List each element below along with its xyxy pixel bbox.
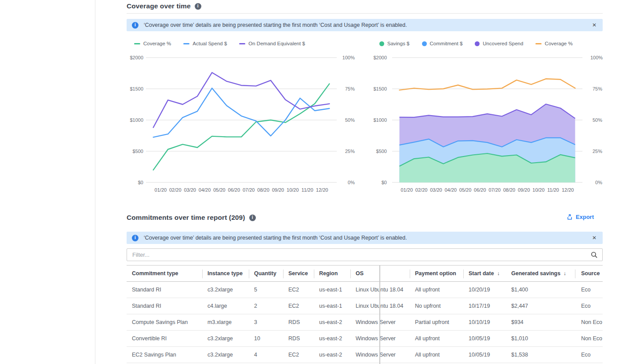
legend-label: Commitment $	[430, 41, 463, 46]
info-icon[interactable]: i	[249, 215, 256, 221]
x-axis-label: 09/20	[518, 187, 530, 193]
y-axis-label-dollar: $1500	[367, 86, 387, 91]
x-axis-label: 03/20	[184, 187, 196, 193]
y-axis-label-dollar: $1000	[127, 117, 143, 123]
table-cell: 10/10/19	[463, 314, 506, 330]
legend-item[interactable]: Commitment $	[422, 41, 463, 46]
banner-info-icon: i	[132, 235, 138, 241]
y-axis-label-percent: 100%	[338, 55, 355, 60]
legend-item[interactable]: Savings $	[379, 41, 410, 46]
y-axis-label-percent: 50%	[338, 117, 355, 123]
table-cell: us-east-1	[314, 282, 350, 298]
commitments-table: Commitment typeInstance typeQuantityServ…	[127, 265, 603, 363]
column-header-service[interactable]: Service	[283, 266, 314, 281]
x-axis-label: 10/20	[532, 187, 545, 193]
table-cell: $934	[506, 314, 575, 330]
y-axis-label-percent: 25%	[338, 149, 355, 154]
column-header-commitment-type[interactable]: Commitment type	[127, 266, 202, 281]
table-cell: EC2 Savings Plan	[127, 347, 202, 363]
column-header-instance-type[interactable]: Instance type	[202, 266, 249, 281]
y-axis-label-percent: 75%	[338, 86, 355, 91]
column-header-region[interactable]: Region	[314, 266, 350, 281]
column-header-quantity[interactable]: Quantity	[249, 266, 283, 281]
banner-text: ‘Coverage over time’ details are being p…	[144, 22, 407, 28]
legend-item[interactable]: Coverage %	[134, 41, 171, 46]
y-axis-label-dollar: $2000	[367, 55, 387, 60]
table-cell: $1,538	[506, 347, 575, 363]
table-cell: 10/05/19	[463, 331, 506, 346]
info-icon[interactable]: i	[195, 3, 201, 10]
table-cell: Standard RI	[127, 282, 202, 298]
table-cell: Standard RI	[127, 298, 202, 314]
x-axis-label: 07/20	[488, 187, 501, 193]
legend-swatch	[379, 41, 384, 46]
column-header-label: Start date	[469, 270, 494, 277]
column-header-label: Payment option	[415, 270, 456, 277]
x-axis-label: 06/20	[228, 187, 240, 193]
table-cell: us-east-2	[314, 331, 350, 346]
x-axis-label: 01/20	[155, 187, 167, 193]
y-axis-label-percent: 100%	[590, 55, 602, 60]
legend-swatch	[535, 43, 542, 44]
table-cell: c3.2xlarge	[202, 282, 249, 298]
table-cell: All upfront	[410, 347, 463, 363]
table-cell: Non Eco	[575, 331, 603, 346]
table-cell: Eco	[575, 282, 603, 298]
coverage-chart-right: Savings $Commitment $Uncovered SpendCove…	[374, 40, 603, 194]
table-cell: Non Eco	[575, 314, 603, 330]
column-header-label: Source	[581, 270, 600, 277]
column-header-label: Service	[288, 270, 308, 277]
table-row: Convertible RIc3.2xlarge10RDSus-east-2Wi…	[127, 331, 603, 347]
export-label: Export	[576, 214, 594, 220]
x-axis-label: 01/20	[401, 187, 413, 193]
coverage-info-banner: i ‘Coverage over time’ details are being…	[127, 19, 603, 31]
legend-item[interactable]: Coverage %	[535, 41, 572, 46]
table-row: EC2 Savings Planc3.2xlarge4EC2us-east-2W…	[127, 347, 603, 363]
y-axis-label-dollar: $1000	[367, 117, 387, 123]
x-axis-label: 05/20	[459, 187, 472, 193]
y-axis-label-dollar: $2000	[127, 55, 143, 60]
sort-descending-icon: ↓	[564, 270, 566, 277]
close-icon[interactable]: ✕	[592, 235, 597, 240]
y-axis-label-percent: 50%	[590, 117, 602, 123]
table-cell: c3.2xlarge	[202, 347, 249, 363]
table-cell: RDS	[283, 314, 314, 330]
x-axis-label: 10/20	[287, 187, 299, 193]
table-cell: Compute Savings Plan	[127, 314, 202, 330]
x-axis-label: 06/20	[474, 187, 486, 193]
legend-item[interactable]: Actual Spend $	[183, 41, 227, 46]
section-divider	[127, 13, 603, 14]
export-icon	[567, 214, 573, 220]
filter-input[interactable]	[127, 249, 591, 261]
chart-legend: Coverage %Actual Spend $On Demand Equiva…	[134, 40, 305, 47]
table-cell: Eco	[575, 298, 603, 314]
table-cell: us-east-1	[314, 298, 350, 314]
y-axis-label-percent: 0%	[338, 180, 355, 185]
main-content: Coverage over time i i ‘Coverage over ti…	[127, 0, 603, 364]
table-cell: c3.2xlarge	[202, 331, 249, 346]
x-axis-label: 09/20	[272, 187, 284, 193]
column-header-payment-option[interactable]: Payment option	[410, 266, 463, 281]
table-cell: Eco	[575, 347, 603, 363]
x-axis-label: 07/20	[243, 187, 255, 193]
legend-item[interactable]: Uncovered Spend	[475, 41, 523, 46]
close-icon[interactable]: ✕	[592, 22, 597, 28]
table-cell: 5	[249, 282, 283, 298]
column-header-source[interactable]: Source	[575, 266, 603, 281]
legend-swatch	[475, 41, 480, 46]
legend-item[interactable]: On Demand Equivalent $	[239, 41, 305, 46]
column-header-label: OS	[356, 270, 364, 277]
column-header-start-date[interactable]: Start date↓	[463, 266, 506, 281]
export-button[interactable]: Export	[567, 214, 594, 220]
table-cell: us-east-2	[314, 347, 350, 363]
filter-container	[127, 248, 603, 261]
sort-descending-icon: ↓	[497, 270, 500, 277]
banner-info-icon: i	[132, 22, 138, 29]
table-row: Compute Savings Planm3.xlarge3RDSus-east…	[127, 314, 603, 331]
column-header-generated-savings[interactable]: Generated savings↓	[506, 266, 575, 281]
commitments-info-banner: i ‘Coverage over time’ details are being…	[127, 232, 603, 244]
y-axis-label-percent: 25%	[590, 149, 602, 154]
y-axis-label-dollar: $1500	[127, 86, 143, 91]
column-header-label: Region	[319, 270, 338, 277]
table-cell: m3.xlarge	[202, 314, 249, 330]
